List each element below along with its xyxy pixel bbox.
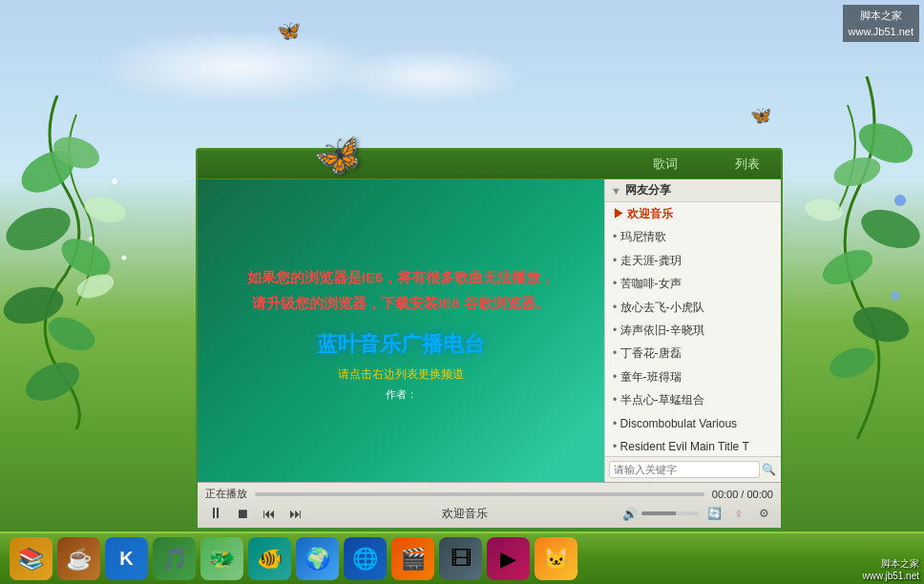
taskbar-icon-cat[interactable]: 🐱 [535,537,578,580]
taskbar-icon-k-player[interactable]: K [105,537,148,580]
watermark-taskbar-text: 脚本之家www.jb51.net [863,557,919,581]
tab-lyrics[interactable]: 歌词 [641,154,689,175]
notice-line2: 请升级您的浏览器，下载安装IE8 谷歌浏览器。 [247,290,556,316]
search-icon[interactable]: 🔍 [760,461,777,478]
status-time: 00:00 / 00:00 [712,489,773,500]
playlist-item[interactable]: 童年-班得瑞 [605,365,781,388]
taskbar-icon-earth[interactable]: 🌍 [296,537,339,580]
taskbar-icon-dragon[interactable]: 🐲 [200,537,243,580]
player-content: 如果您的浏览器是IE6，将有很多歌曲无法播放， 请升级您的浏览器，下载安装IE8… [198,179,781,482]
player-top-bar: 歌词 列表 [198,150,781,179]
volume-icon: 🔊 [622,507,638,521]
playlist-item[interactable]: 走天涯-龚玥 [605,249,781,272]
taskbar-icon-video[interactable]: 🎬 [391,537,434,580]
playlist-header: ▼ 网友分享 [605,179,781,202]
playlist-search-bar: 🔍 [605,456,781,482]
pause-button[interactable]: ⏸ [205,503,226,524]
volume-slider[interactable] [641,511,699,515]
player-window: 歌词 列表 如果您的浏览器是IE6，将有很多歌曲无法播放， 请升级您的浏览器，下… [196,148,783,530]
playlist-item[interactable]: 欢迎音乐 [605,202,781,225]
notice-text: 如果您的浏览器是IE6，将有很多歌曲无法播放， 请升级您的浏览器，下载安装IE8… [238,260,565,321]
volume-area: 🔊 [622,507,699,521]
playlist-panel: ▼ 网友分享 欢迎音乐玛尼情歌走天涯-龚玥苦咖啡-女声放心去飞-小虎队涛声依旧-… [604,179,781,482]
playlist-item[interactable]: Discombobulat Various [605,412,781,435]
click-hint: 请点击右边列表更换频道 [338,366,464,383]
butterfly-green-icon: 🦋 [277,19,301,42]
taskbar-icon-music[interactable]: 🎵 [153,537,196,580]
playlist-item[interactable]: 涛声依旧-辛晓琪 [605,319,781,342]
controls-main-row: ⏸ ⏹ ⏮ ⏭ 欢迎音乐 🔊 🔄 ♀ ⚙ [205,503,773,524]
next-button[interactable]: ⏭ [285,503,306,524]
stop-button[interactable]: ⏹ [232,503,253,524]
playlist-items[interactable]: 欢迎音乐玛尼情歌走天涯-龚玥苦咖啡-女声放心去飞-小虎队涛声依旧-辛晓琪丁香花-… [605,202,781,456]
playlist-collapse-icon[interactable]: ▼ [611,185,621,197]
butterfly-right-icon: 🦋 [750,105,771,126]
prev-button[interactable]: ⏮ [259,503,280,524]
notice-line1: 如果您的浏览器是IE6，将有很多歌曲无法播放， [247,264,556,290]
taskbar-icon-fish[interactable]: 🐠 [248,537,291,580]
watermark-line1: 脚本之家 [849,8,914,24]
watermark-line2: www.Jb51.net [849,24,914,40]
playlist-item[interactable]: 玛尼情歌 [605,225,781,248]
now-playing-label: 欢迎音乐 [312,506,617,522]
cloud-decoration-2 [334,48,525,105]
playlist-section-title: 网友分享 [625,182,671,198]
status-row: 正在播放 00:00 / 00:00 [205,487,773,501]
playlist-search-input[interactable] [609,461,760,478]
author-tag: 作者： [386,387,417,402]
settings-icon[interactable]: ⚙ [754,504,773,523]
taskbar-icon-bookshelf[interactable]: 📚 [10,537,52,580]
playlist-item[interactable]: 半点心-草蜢组合 [605,388,781,411]
playlist-item[interactable]: Resident Evil Main Title T [605,435,781,456]
tab-divider [694,156,719,173]
status-playing-label: 正在播放 [205,487,247,501]
taskbar-icon-globe2[interactable]: 🌐 [344,537,387,580]
station-title: 蓝叶音乐广播电台 [317,330,485,359]
playlist-item[interactable]: 苦咖啡-女声 [605,272,781,295]
repeat-icon[interactable]: 🔄 [704,504,724,523]
watermark-top: 脚本之家 www.Jb51.net [843,5,919,42]
female-icon[interactable]: ♀ [729,504,748,523]
watermark-taskbar: 脚本之家www.jb51.net [863,557,919,581]
playlist-item[interactable]: 丁香花-唐磊 [605,342,781,365]
playlist-item[interactable]: 放心去飞-小虎队 [605,296,781,319]
progress-bar[interactable] [255,492,704,496]
taskbar-icon-coffee[interactable]: ☕ [57,537,100,580]
video-area: 如果您的浏览器是IE6，将有很多歌曲无法播放， 请升级您的浏览器，下载安装IE8… [198,179,604,482]
taskbar-icon-play-button[interactable]: ▶ [487,537,530,580]
taskbar: 📚☕K🎵🐲🐠🌍🌐🎬🎞▶🐱 脚本之家www.jb51.net [0,532,924,584]
tab-playlist[interactable]: 列表 [724,154,771,175]
player-controls: 正在播放 00:00 / 00:00 ⏸ ⏹ ⏮ ⏭ 欢迎音乐 🔊 🔄 ♀ ⚙ [198,482,781,528]
taskbar-icon-film[interactable]: 🎞 [439,537,482,580]
